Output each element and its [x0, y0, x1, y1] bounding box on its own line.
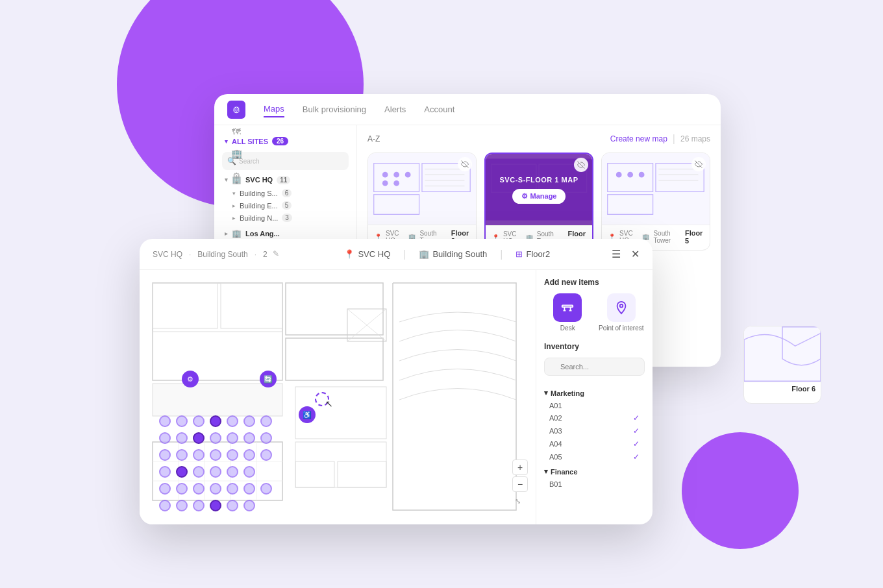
- desk-dot[interactable]: [243, 415, 255, 427]
- room-icon-2[interactable]: 🔄: [260, 371, 277, 387]
- desk-dot-selected[interactable]: [210, 500, 221, 511]
- desk-dot[interactable]: [227, 500, 238, 511]
- hide-icon-f5[interactable]: [691, 157, 706, 171]
- desk-dot[interactable]: [176, 449, 188, 461]
- svg-rect-36: [153, 384, 282, 416]
- hide-icon-f3[interactable]: [574, 158, 588, 172]
- building-name-n: Building N...: [240, 214, 278, 222]
- hide-icon-f2[interactable]: [458, 157, 472, 171]
- breadcrumb-building: Building South: [197, 250, 247, 259]
- nav-maps[interactable]: Maps: [264, 101, 284, 117]
- desk-dot[interactable]: [176, 500, 188, 511]
- map-area[interactable]: ⚙ 🔄 ♿ ↖ + − ⤡: [140, 270, 536, 524]
- close-button[interactable]: ✕: [631, 248, 640, 260]
- add-items-row: Desk Point of interest: [544, 293, 645, 332]
- inventory-item-b01[interactable]: B01: [544, 478, 645, 490]
- desk-dot[interactable]: [159, 432, 171, 444]
- desk-dot[interactable]: [243, 449, 255, 461]
- desk-dot[interactable]: [243, 500, 255, 511]
- desk-dot[interactable]: [159, 449, 171, 461]
- svg-point-23: [627, 172, 633, 178]
- sidebar-icon-home[interactable]: ⊕: [232, 103, 241, 115]
- building-name-e: Building E...: [240, 202, 278, 210]
- svg-rect-51: [562, 305, 573, 307]
- list-view-button[interactable]: ☰: [612, 248, 621, 260]
- inventory-item-a03[interactable]: A03 ✓: [544, 424, 645, 437]
- svg-point-24: [639, 172, 645, 178]
- desk-dot[interactable]: [159, 415, 171, 427]
- zoom-in-button[interactable]: +: [512, 459, 528, 475]
- desk-dot[interactable]: [210, 466, 221, 478]
- desk-dot[interactable]: [227, 449, 238, 461]
- desk-dot[interactable]: [260, 449, 272, 461]
- room-icon-1[interactable]: ⚙: [182, 371, 199, 387]
- desk-dot[interactable]: [243, 483, 255, 495]
- floor-card-3[interactable]: SVC-S-FLOOR 1 MAP ⚙ Manage: [484, 153, 593, 251]
- desk-dot[interactable]: [260, 432, 272, 444]
- zoom-out-button[interactable]: −: [512, 476, 528, 492]
- desk-dot-selected[interactable]: [176, 466, 188, 478]
- editor-card: SVC HQ · Building South · 2 ✎ 📍 SVC HQ |…: [140, 239, 653, 524]
- desk-dot[interactable]: [176, 483, 188, 495]
- desk-dot[interactable]: [193, 483, 205, 495]
- inventory-item-a05[interactable]: A05 ✓: [544, 450, 645, 463]
- desk-dot[interactable]: [193, 415, 205, 427]
- svg-rect-32: [286, 338, 383, 380]
- desk-dot[interactable]: [260, 415, 272, 427]
- building-item-s[interactable]: ▾ Building S... 6: [214, 187, 356, 199]
- desk-dot[interactable]: [176, 415, 188, 427]
- desk-dot[interactable]: [243, 466, 255, 478]
- nav-account[interactable]: Account: [424, 102, 454, 117]
- sidebar-icon-settings[interactable]: ⚙: [232, 171, 241, 181]
- nav-bulk[interactable]: Bulk provisioning: [303, 102, 366, 117]
- building-item-n[interactable]: ▸ Building N... 3: [214, 212, 356, 224]
- edit-icon[interactable]: ✎: [273, 249, 283, 260]
- expand-button[interactable]: ⤡: [515, 497, 528, 510]
- add-poi-button[interactable]: Point of interest: [598, 293, 645, 332]
- sidebar-icon-building[interactable]: 🏢: [231, 149, 242, 159]
- inventory-item-a01[interactable]: A01: [544, 400, 645, 411]
- desk-dot-selected[interactable]: [210, 415, 221, 427]
- desk-dot[interactable]: [159, 500, 171, 511]
- floor-card-5[interactable]: 📍 SVC HQ 🏢 South Tower Floor 5: [601, 153, 710, 251]
- svg-point-7: [382, 180, 388, 186]
- add-desk-button[interactable]: Desk: [544, 293, 591, 332]
- desk-dot-selected[interactable]: [193, 432, 205, 444]
- inventory-group-marketing[interactable]: ▾ Marketing: [544, 389, 645, 397]
- desk-dot[interactable]: [193, 500, 205, 511]
- inventory-item-a02[interactable]: A02 ✓: [544, 411, 645, 424]
- floor-card-2[interactable]: 📍 SVC HQ 🏢 South Tower Floor 2: [367, 153, 477, 251]
- room-icon-3[interactable]: ♿: [299, 406, 316, 423]
- create-new-map-link[interactable]: Create new map: [610, 134, 667, 143]
- desk-dot[interactable]: [193, 449, 205, 461]
- desk-dot[interactable]: [227, 466, 238, 478]
- desk-dot[interactable]: [227, 432, 238, 444]
- nav-alerts[interactable]: Alerts: [384, 102, 406, 117]
- manage-button[interactable]: ⚙ Manage: [512, 189, 566, 204]
- poi-icon: [607, 293, 636, 322]
- header-site-location: 📍 SVC HQ: [344, 249, 390, 259]
- desk-label: Desk: [560, 325, 575, 332]
- desk-dot[interactable]: [210, 432, 221, 444]
- desk-row-4: [159, 466, 272, 478]
- desk-dot[interactable]: [210, 483, 221, 495]
- desk-dot[interactable]: [159, 483, 171, 495]
- desk-dot[interactable]: [260, 483, 272, 495]
- desk-dot[interactable]: [176, 432, 188, 444]
- inventory-item-a04[interactable]: A04 ✓: [544, 437, 645, 450]
- svg-rect-39: [347, 309, 386, 341]
- sidebar-icon-map[interactable]: 🗺: [232, 127, 241, 137]
- check-icon-a03: ✓: [633, 426, 640, 435]
- desk-dot[interactable]: [210, 449, 221, 461]
- building-item-e[interactable]: ▸ Building E... 5: [214, 199, 356, 212]
- desk-dot[interactable]: [227, 415, 238, 427]
- desk-dot[interactable]: [159, 466, 171, 478]
- desk-dot[interactable]: [243, 432, 255, 444]
- inventory-search-input[interactable]: [544, 358, 645, 376]
- editor-header: SVC HQ · Building South · 2 ✎ 📍 SVC HQ |…: [140, 239, 653, 270]
- finance-collapse-icon: ▾: [544, 467, 548, 476]
- sort-label[interactable]: A-Z: [367, 134, 380, 143]
- desk-dot[interactable]: [193, 466, 205, 478]
- desk-dot[interactable]: [227, 483, 238, 495]
- inventory-group-finance[interactable]: ▾ Finance: [544, 467, 645, 476]
